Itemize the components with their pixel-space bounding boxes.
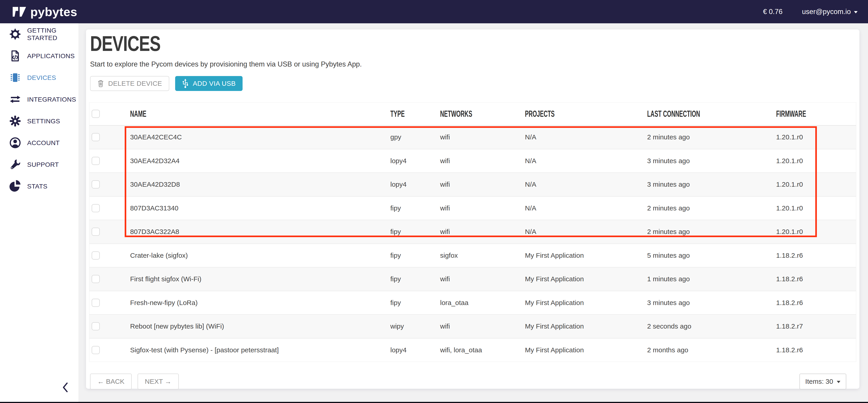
table-row[interactable]: Sigfox-test (with Pysense) - [pastoor pe… — [89, 339, 856, 362]
row-checkbox[interactable] — [92, 180, 100, 188]
cell-type: fipy — [390, 275, 440, 283]
cell-networks: wifi — [440, 275, 525, 283]
column-header-networks: NETWORKS — [440, 109, 525, 119]
sidebar-nav: GETTING STARTEDAPPLICATIONSDEVICESINTEGR… — [0, 23, 79, 197]
cell-firmware: 1.20.1.r0 — [776, 204, 856, 212]
row-checkbox[interactable] — [92, 299, 100, 307]
cell-projects: N/A — [525, 228, 647, 236]
cell-type: fipy — [390, 252, 440, 259]
cell-networks: wifi — [440, 228, 525, 236]
table-row[interactable]: Crater-lake (sigfox)fipysigfoxMy First A… — [89, 244, 856, 268]
cell-name: First flight sigfox (Wi-Fi) — [123, 275, 390, 283]
user-menu[interactable]: user@pycom.io — [802, 8, 858, 16]
cell-projects: My First Application — [525, 299, 647, 307]
cell-networks: wifi — [440, 181, 525, 188]
topbar-right: € 0.76 user@pycom.io — [763, 8, 858, 16]
sidebar-item-applications[interactable]: APPLICATIONS — [0, 45, 79, 67]
items-per-page-dropdown[interactable]: Items: 30 — [800, 374, 846, 390]
sidebar-item-account[interactable]: ACCOUNT — [0, 132, 79, 154]
page-title: DEVICES — [89, 29, 856, 54]
sidebar-item-support[interactable]: SUPPORT — [0, 154, 79, 175]
cell-projects: N/A — [525, 204, 647, 212]
sidebar-item-label: ACCOUNT — [27, 139, 60, 147]
row-checkbox-cell — [89, 157, 123, 165]
row-checkbox[interactable] — [92, 228, 100, 236]
table-row[interactable]: 30AEA42CEC4CgpywifiN/A2 minutes ago1.20.… — [89, 126, 856, 149]
cell-name: 807D3AC31340 — [123, 204, 390, 212]
cell-last-connection: 3 minutes ago — [647, 299, 776, 307]
actions-toolbar: DELETE DEVICE ADD VIA USB — [90, 76, 856, 91]
chip-icon — [9, 71, 21, 84]
sidebar-item-label: SUPPORT — [27, 161, 59, 168]
sidebar-item-getting-started[interactable]: GETTING STARTED — [0, 23, 79, 45]
bottom-edge — [0, 402, 868, 403]
cell-last-connection: 2 months ago — [647, 346, 776, 354]
cell-projects: N/A — [525, 157, 647, 165]
cell-firmware: 1.18.2.r6 — [776, 252, 856, 259]
cell-type: fipy — [390, 228, 440, 236]
row-checkbox-cell — [89, 346, 123, 354]
row-checkbox-cell — [89, 133, 123, 141]
table-row[interactable]: 30AEA42D32A4lopy4wifiN/A3 minutes ago1.2… — [89, 149, 856, 173]
table-row[interactable]: 807D3AC31340fipywifiN/A2 minutes ago1.20… — [89, 197, 856, 220]
cell-type: wipy — [390, 322, 440, 330]
sun-badge-icon — [9, 28, 21, 40]
row-checkbox[interactable] — [92, 251, 100, 259]
column-header-firmware: FIRMWARE — [776, 109, 856, 119]
sidebar-item-integrations[interactable]: INTEGRATIONS — [0, 89, 79, 110]
table-row[interactable]: Fresh-new-fipy (LoRa)fipylora_otaaMy Fir… — [89, 291, 856, 315]
row-checkbox[interactable] — [92, 322, 100, 330]
cell-firmware: 1.18.2.r6 — [776, 275, 856, 283]
sidebar-collapse-button[interactable] — [62, 382, 69, 393]
sidebar-item-stats[interactable]: STATS — [0, 175, 79, 197]
cell-networks: sigfox — [440, 252, 525, 259]
cell-networks: wifi — [440, 157, 525, 165]
row-checkbox-cell — [89, 180, 123, 188]
sidebar-item-label: APPLICATIONS — [27, 52, 75, 60]
table-row[interactable]: Reboot [new pybytes lib] (WiFi)wipywifiM… — [89, 315, 856, 339]
devices-table: NAMETYPENETWORKSPROJECTSLAST CONNECTIONF… — [89, 102, 856, 362]
row-checkbox[interactable] — [92, 275, 100, 283]
cell-networks: wifi — [440, 322, 525, 330]
usb-icon — [182, 79, 189, 89]
chevron-down-icon — [854, 11, 858, 13]
cell-type: lopy4 — [390, 346, 440, 354]
cell-firmware: 1.20.1.r0 — [776, 133, 856, 141]
row-checkbox-cell — [89, 275, 123, 283]
cell-last-connection: 2 minutes ago — [647, 228, 776, 236]
row-checkbox[interactable] — [92, 204, 100, 212]
column-header-type: TYPE — [390, 109, 440, 119]
column-header-projects: PROJECTS — [525, 109, 647, 119]
cell-type: lopy4 — [390, 181, 440, 188]
sidebar-item-settings[interactable]: SETTINGS — [0, 110, 79, 132]
cell-last-connection: 3 minutes ago — [647, 181, 776, 188]
cell-projects: N/A — [525, 133, 647, 141]
cell-name: 30AEA42CEC4C — [123, 133, 390, 141]
next-button[interactable]: NEXT → — [137, 374, 179, 390]
row-checkbox-cell — [89, 204, 123, 212]
add-via-usb-button[interactable]: ADD VIA USB — [175, 76, 243, 91]
back-button[interactable]: ← BACK — [90, 374, 132, 390]
cell-name: Sigfox-test (with Pysense) - [pastoor pe… — [123, 346, 390, 354]
cell-firmware: 1.20.1.r0 — [776, 181, 856, 188]
select-all-checkbox[interactable] — [92, 110, 100, 118]
cell-networks: wifi — [440, 133, 525, 141]
cell-projects: My First Application — [525, 252, 647, 259]
cell-last-connection: 2 seconds ago — [647, 322, 776, 330]
brand: pybytes — [13, 5, 78, 19]
row-checkbox[interactable] — [92, 133, 100, 141]
row-checkbox[interactable] — [92, 346, 100, 354]
sidebar-item-label: STATS — [27, 183, 48, 190]
balance: € 0.76 — [763, 8, 782, 16]
cell-projects: N/A — [525, 181, 647, 188]
code-document-icon — [9, 50, 21, 62]
table-row[interactable]: 30AEA42D32D8lopy4wifiN/A3 minutes ago1.2… — [89, 173, 856, 197]
sidebar-item-devices[interactable]: DEVICES — [0, 67, 79, 89]
row-checkbox[interactable] — [92, 157, 100, 165]
table-row[interactable]: First flight sigfox (Wi-Fi)fipywifiMy Fi… — [89, 268, 856, 291]
cell-firmware: 1.20.1.r0 — [776, 157, 856, 165]
table-row[interactable]: 807D3AC322A8fipywifiN/A2 minutes ago1.20… — [89, 220, 856, 244]
row-checkbox-cell — [89, 228, 123, 236]
pagination-bar: ← BACK NEXT → Items: 30 — [90, 374, 855, 390]
delete-device-button[interactable]: DELETE DEVICE — [90, 76, 169, 91]
